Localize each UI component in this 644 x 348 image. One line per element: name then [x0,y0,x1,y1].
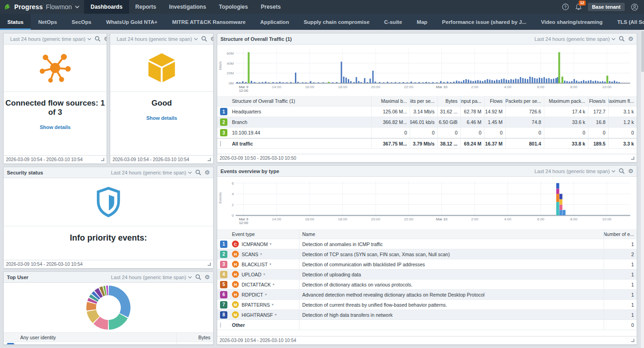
column-header[interactable]: Bytes [176,333,213,342]
tab-tls-all-sources[interactable]: TLS (All Sources) [610,14,644,30]
resize-handle[interactable] [208,263,211,266]
event-type[interactable]: HRDPDICT▾ [229,291,299,298]
metric-value: 189.5 [588,139,608,148]
widget-search-icon[interactable] [95,36,101,42]
event-type[interactable]: CICMPANOM▾ [229,241,299,247]
column-header[interactable]: Any user identity [17,335,176,340]
table-row[interactable]: 7MBPATTERNS▾Detection of current threats… [217,300,637,310]
column-header[interactable]: Bytes [437,96,460,106]
widget-settings-gear-icon[interactable]: ⚙ [204,274,210,280]
resize-handle[interactable] [208,158,211,161]
events-stacked-bar-chart: 0246Mar 912:0014:0016:0018:0020:0022:00M… [217,177,637,229]
help-icon[interactable]: ? [562,3,569,11]
widget-settings-gear-icon[interactable]: ⚙ [628,168,633,174]
widget-settings-gear-icon[interactable]: ⚙ [628,36,633,42]
widget-search-icon[interactable] [195,274,201,280]
rank-badge: 7 [220,301,227,309]
timespan-label: Last 24 hours (generic time span) [534,36,610,42]
table-row[interactable]: 310.100.19.44000000000 [217,128,637,138]
table-row[interactable]: 1CICMPANOM▾Detection of anomalies in ICM… [217,239,637,249]
column-header[interactable]: Packets per se... [505,96,544,106]
traffic-bar-chart: 0M20M40M60MMar 912:0014:0016:0018:0020:0… [217,45,637,96]
widget-search-icon[interactable] [619,168,625,174]
column-header[interactable]: Bits per se... [410,96,437,106]
table-row[interactable]: 4HUPLOAD▾Detection of uploading data1 [217,269,637,280]
table-row[interactable]: 2HSCANS▾Detection of TCP scans (SYN scan… [217,249,637,259]
show-details-link[interactable]: Show details [40,124,70,130]
widget-timespan-dropdown[interactable]: Last 24 hours (generic time span) [117,36,198,42]
tab-whatsup-gold-nta[interactable]: WhatsUp Gold NTA+ [99,14,165,30]
tab-mitre-att-ck-ransomware[interactable]: MITRE ATT&CK Ransomware [165,14,253,30]
table-row[interactable]: All traffic367.75 M...3.79 Mb/s38.12 ...… [217,138,637,149]
event-type[interactable]: MBPATTERNS▾ [229,301,299,308]
brand-logo[interactable]: Progressʼ Flowmonʼ [0,0,84,14]
svg-text:6:00: 6:00 [537,217,544,221]
event-type-label: DICTATTACK [242,282,271,287]
table-row[interactable]: 8MHIGHTRANSF▾Detection of high data tran… [217,310,637,320]
metric-value: 367.75 M... [371,139,410,148]
events-table-header: Event typeNameNumber of e... [217,229,637,239]
nav-item-presets[interactable]: Presets [254,0,287,14]
tab-secops[interactable]: SecOps [64,14,99,30]
show-details-link[interactable]: Show details [146,115,177,121]
resize-handle[interactable] [631,157,634,160]
scrollbar-thumb[interactable] [641,31,644,72]
tab-supply-chain-compromise[interactable]: Supply chain compromise [296,14,377,30]
column-header[interactable]: Event type [229,231,299,237]
widget-search-icon[interactable] [619,36,625,42]
notifications-bell[interactable]: 12 [575,3,582,11]
tab-c-suite[interactable]: C-suite [377,14,409,30]
tenant-button[interactable]: Base tenant [588,3,625,11]
table-row-other[interactable]: Other0 [217,320,637,330]
resize-handle[interactable] [631,339,634,342]
table-row[interactable]: 1Headquarters125.06 M...3.14 Mb/s31.62 .… [217,107,637,117]
widget-settings-gear-icon[interactable]: ⚙ [204,169,210,175]
svg-text:0: 0 [232,213,234,218]
event-type-label: ICMPANOM [242,241,268,247]
column-header[interactable]: Maximum fl... [608,96,637,106]
widget-search-icon[interactable] [201,36,207,42]
event-type[interactable]: HDICTATTACK▾ [229,281,299,288]
event-type[interactable]: HSCANS▾ [229,251,299,258]
column-header[interactable]: Maximal b... [371,96,410,106]
widget-timespan-dropdown[interactable]: Last 24 hours (generic time span) [111,275,192,280]
column-header[interactable]: Number of e... [604,229,637,239]
widget-timespan-dropdown[interactable]: Last 24 hours (generic time span) [111,170,192,175]
column-header[interactable]: Input pa... [460,96,484,106]
table-row[interactable]: 5HDICTATTACK▾Detection of dictionary att… [217,280,637,290]
nav-item-dashboards[interactable]: Dashboards [84,0,129,14]
table-row[interactable]: 6HRDPDICT▾Advanced detection method reve… [217,290,637,300]
event-type[interactable]: HBLACKLIST▾ [229,261,299,268]
widget-timespan-dropdown[interactable]: Last 24 hours (generic time span) [534,168,616,174]
page-scrollbar[interactable] [640,30,644,348]
table-row[interactable]: 3HBLACKLIST▾Detection of communication w… [217,259,637,269]
table-row[interactable]: 1Mia Wallace3.91 GiB [4,342,213,345]
column-header[interactable]: Name [299,229,604,239]
widget-timespan-dropdown[interactable]: Last 24 hours (generic time span) [10,36,91,42]
widget-header: Connected flow sources Last 24 hours (ge… [4,34,107,45]
tab-map[interactable]: Map [409,14,435,30]
widget-search-icon[interactable] [195,169,201,175]
widget-settings-gear-icon[interactable]: ⚙ [210,36,214,42]
tab-video-sharing-streaming[interactable]: Video sharing/streaming [534,14,610,30]
column-header[interactable]: Maximum pack... [544,96,588,106]
tab-performance-issue-shared-by-j[interactable]: Performance issue (shared by J... [435,14,533,30]
nav-item-topologies[interactable]: Topologies [213,0,254,14]
source-name: All traffic [229,141,371,146]
nav-item-investigations[interactable]: Investigations [163,0,213,14]
widget-settings-gear-icon[interactable]: ⚙ [104,36,107,42]
table-row[interactable]: 2Branch366.82 M...646.01 kb/s6.50 GiB6.4… [217,117,637,128]
event-type[interactable]: MHIGHTRANSF▾ [229,311,299,318]
resize-handle[interactable] [101,158,104,161]
widget-timespan-dropdown[interactable]: Last 24 hours (generic time span) [534,36,616,42]
event-type[interactable]: HUPLOAD▾ [229,271,299,278]
tab-application[interactable]: Application [253,14,297,30]
tab-status[interactable]: Status [0,14,31,30]
widget-title: Structure of Overall Traffic (1) [220,36,292,42]
column-header[interactable]: Flows [484,96,505,106]
status-widgets-row: Connected flow sources Last 24 hours (ge… [3,33,214,164]
user-profile-icon[interactable] [631,3,638,11]
nav-item-reports[interactable]: Reports [129,0,163,14]
tab-netops[interactable]: NetOps [31,14,64,30]
column-header[interactable]: Flows/s [588,96,608,106]
